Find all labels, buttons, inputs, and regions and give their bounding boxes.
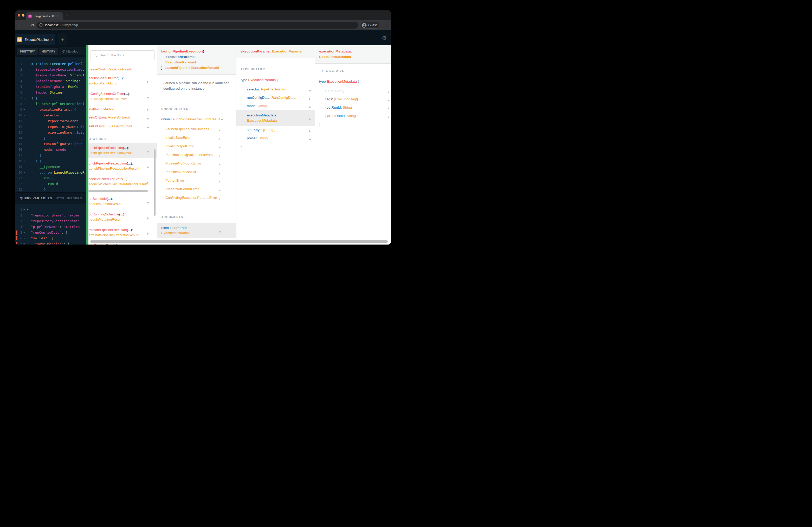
code-line[interactable]: 9▼ executionParams: { — [15, 107, 86, 112]
docs-item[interactable]: artSchedule(...):heduleMutationResult!▶ — [88, 194, 157, 209]
tab-http-headers[interactable]: HTTP HEADERS — [56, 197, 82, 200]
code-line[interactable]: 2 $repositoryLocationName: — [15, 67, 86, 73]
code-line[interactable]: 15 runConfigData: $runC — [15, 141, 86, 147]
graphql-query-editor[interactable]: 1mutation ExecutePipeline(2 $repositoryL… — [15, 57, 86, 196]
docs-horizontal-scrollbar[interactable] — [90, 240, 388, 243]
code-line[interactable]: 2 "repositoryName": "exper — [15, 213, 86, 218]
type-field[interactable]: runId: String▶ — [315, 87, 391, 95]
new-tab-button[interactable]: + — [66, 13, 68, 19]
type-field[interactable]: mode: String▶ — [236, 102, 315, 110]
fold-caret-icon[interactable]: ▼ — [24, 230, 25, 236]
tab-close-icon[interactable]: ✕ — [56, 15, 59, 18]
docs-search-input[interactable] — [99, 53, 144, 57]
back-icon[interactable]: ← — [18, 22, 23, 28]
docs-item-partial[interactable]: pelineConfigValidationResult! — [88, 66, 157, 73]
docs-green-strip[interactable] — [86, 45, 88, 244]
union-member[interactable]: PipelineNotFoundError▶ — [157, 159, 236, 168]
code-line[interactable]: 4 $pipelineName: String! — [15, 78, 86, 84]
code-line[interactable]: 5 $runConfigData: RunCo — [15, 84, 86, 90]
union-member[interactable]: PipelineRunConflict▶ — [157, 168, 236, 176]
union-member[interactable]: PipelineConfigValidationInvalid▶ — [157, 150, 236, 159]
profile-chip[interactable]: Guest — [361, 22, 379, 29]
type-field[interactable]: preset: String▶ — [236, 134, 315, 142]
fold-caret-icon[interactable]: ▼ — [24, 170, 25, 176]
docs-item[interactable]: setsOrError: AssetsOrError!▶ — [88, 113, 157, 122]
code-line[interactable]: 18▼ ) { — [15, 158, 86, 164]
tab-query-variables[interactable]: QUERY VARIABLES — [20, 197, 52, 200]
union-member[interactable]: InvalidOutputError▶ — [157, 142, 236, 150]
playground-tab[interactable]: M ExecutePipeline ✕ — [15, 34, 55, 45]
page-info-icon[interactable]: ⓘ — [39, 23, 43, 28]
type-field[interactable]: selector: PipelineSelector!▶ — [236, 85, 315, 93]
fold-caret-icon[interactable]: ▼ — [24, 158, 25, 164]
code-line[interactable]: 19 __typename — [15, 164, 86, 170]
code-line[interactable]: 22 runId — [15, 181, 86, 187]
docs-item[interactable]: unchPipelineExecution(...):unchPipelineE… — [88, 143, 157, 158]
code-line[interactable]: 1mutation ExecutePipeline( — [15, 61, 86, 67]
code-line[interactable]: 6 $mode: String! — [15, 90, 86, 95]
type-field[interactable]: rootRunId: String▶ — [315, 103, 391, 112]
browser-menu-icon[interactable]: ⋮ — [385, 23, 388, 27]
code-line[interactable]: 10▼ selector: { — [15, 112, 86, 118]
code-line[interactable]: 21 run { — [15, 176, 86, 181]
code-line[interactable]: 6▼ "solids": { — [15, 236, 86, 241]
docs-search-box[interactable] — [90, 50, 155, 60]
list-horizontal-scrollbar[interactable] — [88, 190, 148, 192]
argument-row[interactable]: executionParams: ExecutionParams! ▶ — [157, 223, 236, 238]
code-line[interactable]: 8 launchPipelineExecution( — [15, 101, 86, 107]
docs-item[interactable]: setOrError(...): AssetOrError!▶ — [88, 122, 157, 131]
code-line[interactable]: 20▼ ... on LaunchPipelineR — [15, 170, 86, 176]
docs-vertical-scrollbar[interactable] — [154, 149, 156, 216]
code-line[interactable]: 7▼) { — [15, 95, 86, 101]
code-line[interactable]: 12 repositoryName: $r — [15, 124, 86, 130]
type-field[interactable]: tags: [ExecutionTag!]▶ — [315, 95, 391, 103]
endpoint-input[interactable]: ↺ http://loc — [60, 48, 86, 55]
history-button[interactable]: HISTORY — [39, 48, 58, 55]
settings-gear-icon[interactable]: ⚙ — [382, 35, 387, 41]
type-field[interactable]: stepKeys: [String!]▶ — [236, 126, 315, 134]
union-member[interactable]: InvalidStepError▶ — [157, 133, 236, 142]
docs-item[interactable]: nConfigSchemaOrError(...):unConfigSchema… — [88, 89, 157, 104]
fold-caret-icon[interactable]: ▼ — [24, 107, 25, 112]
code-line[interactable]: 1▼{ — [15, 207, 86, 213]
code-line[interactable]: 23 } — [15, 187, 86, 193]
union-member[interactable]: ConflictingExecutionParamsError▶ — [157, 193, 236, 202]
fold-caret-icon[interactable]: ▼ — [24, 241, 25, 244]
fold-caret-icon[interactable]: ▼ — [24, 95, 25, 101]
close-window-button[interactable] — [18, 14, 20, 17]
docs-item[interactable]: ecutionPlanOrError(...):ecutionPlanOrErr… — [88, 73, 157, 89]
code-line[interactable]: 5▼ "runConfigData": { — [15, 230, 86, 236]
endpoint-reload-icon[interactable]: ↺ — [62, 50, 65, 54]
code-line[interactable]: 13 pipelineName: $pip — [15, 130, 86, 135]
fold-caret-icon[interactable]: ▼ — [24, 236, 25, 241]
reload-icon[interactable]: ↻ — [31, 22, 34, 28]
code-line[interactable]: 4 "pipelineName": "metrics — [15, 224, 86, 230]
fold-caret-icon[interactable]: ▼ — [24, 207, 25, 213]
code-line[interactable]: 11 repositoryLocat — [15, 118, 86, 124]
docs-item[interactable]: concileSchedulerState(...):econcileSched… — [88, 174, 157, 190]
prettify-button[interactable]: PRETTIFY — [17, 48, 38, 55]
type-field[interactable]: runConfigData: RunConfigData▶ — [236, 93, 315, 102]
code-line[interactable]: 3 $repositoryName: String! — [15, 73, 86, 78]
code-line[interactable]: 7▼ "save_metrics": { — [15, 241, 86, 244]
code-line[interactable]: 3 "repositoryLocationName" — [15, 218, 86, 224]
code-line[interactable]: 14 } — [15, 135, 86, 141]
forward-icon[interactable]: → — [25, 22, 29, 28]
union-member[interactable]: LaunchPipelineRunSuccess▶ — [157, 125, 236, 133]
code-line[interactable]: 17 } — [15, 152, 86, 158]
docs-item[interactable]: unchPipelineReexecution(...):aunchPipeli… — [88, 158, 157, 174]
docs-item[interactable]: rminatePipelineExecution(...):erminatePi… — [88, 225, 157, 240]
docs-item[interactable]: opRunningSchedule(...):heduleMutationRes… — [88, 209, 157, 225]
playground-tab-close-icon[interactable]: ✕ — [51, 38, 54, 42]
code-line[interactable]: 16 mode: $mode — [15, 147, 86, 152]
query-variables-editor[interactable]: 1▼{2 "repositoryName": "exper3 "reposito… — [15, 204, 86, 244]
type-field[interactable]: parentRunId: String▶ — [315, 112, 391, 120]
playground-new-tab-button[interactable]: + — [57, 34, 67, 45]
union-member[interactable]: PresetNotFoundError▶ — [157, 185, 236, 193]
browser-tab[interactable]: Playground - http://localhost:3 ✕ — [26, 12, 63, 20]
union-member[interactable]: PythonError▶ — [157, 176, 236, 185]
type-field[interactable]: executionMetadata:ExecutionMetadata▶ — [236, 110, 315, 126]
minimize-window-button[interactable] — [22, 14, 25, 17]
url-bar[interactable]: ⓘ localhost:3333/graphql — [37, 22, 358, 29]
fold-caret-icon[interactable]: ▼ — [24, 112, 25, 118]
